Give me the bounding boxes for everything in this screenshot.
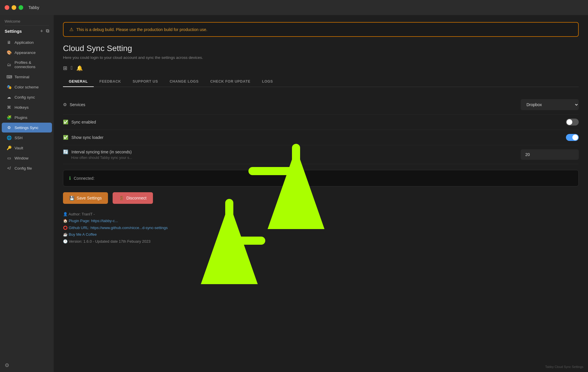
- interval-sync-label: 🔄 Interval syncing time (in seconds) How…: [63, 149, 132, 160]
- tab-change-logs[interactable]: CHANGE LOGS: [164, 77, 204, 87]
- sync-loader-label: ✅ Show sync loader: [63, 135, 104, 140]
- version-line: 🕐 Version: 1.6.0 - Updated date 17th Feb…: [63, 238, 579, 245]
- sidebar-item-plugins[interactable]: 🧩Plugins: [2, 112, 52, 122]
- sidebar-item-label-config-sync: Config sync: [15, 95, 35, 99]
- sync-enabled-text: Sync enabled: [71, 120, 96, 124]
- connected-box: ℹ Connected:: [63, 170, 579, 186]
- main-content: ⚠ This is a debug build. Please use the …: [54, 15, 588, 372]
- color-scheme-icon: 🎭: [6, 85, 12, 89]
- tab-feedback[interactable]: FEEDBACK: [94, 77, 127, 87]
- plugin-page-line: 🏠 Plugin Page: https://tabby-c...: [63, 217, 579, 224]
- debug-banner: ⚠ This is a debug build. Please use the …: [63, 22, 579, 37]
- sidebar-item-application[interactable]: 🖥Application: [2, 37, 52, 47]
- sync-enabled-row: ✅ Sync enabled: [63, 115, 579, 130]
- add-icon[interactable]: +: [40, 28, 43, 34]
- sidebar-item-ssh[interactable]: 🌐SSH: [2, 133, 52, 143]
- sidebar-item-config-file[interactable]: </Config file: [2, 163, 52, 173]
- application-icon: 🖥: [6, 40, 12, 45]
- minimize-button[interactable]: [12, 5, 16, 10]
- sidebar-item-label-hotkeys: Hotkeys: [15, 105, 29, 110]
- watermark: Tabby Cloud Sync Settings: [545, 365, 583, 369]
- plugin-page-link[interactable]: Plugin Page: https://tabby-c...: [69, 219, 118, 223]
- page-title: Cloud Sync Setting: [63, 44, 579, 53]
- coffee-icon: ☕: [63, 232, 68, 237]
- interval-sync-input[interactable]: [521, 149, 579, 160]
- sidebar-item-settings-sync[interactable]: ⚙Settings Sync: [2, 123, 52, 133]
- disconnect-button[interactable]: 🚪 Disconnect: [113, 192, 153, 204]
- services-dropdown[interactable]: Dropbox Google Drive GitHub: [521, 99, 579, 110]
- sidebar-item-appearance[interactable]: 🎨Appearance: [2, 48, 52, 57]
- sidebar-item-hotkeys[interactable]: ⌘Hotkeys: [2, 102, 52, 112]
- copy-icon[interactable]: ⧉: [46, 28, 49, 34]
- disconnect-label: Disconnect: [126, 196, 146, 200]
- header-icons: + ⧉: [40, 28, 49, 34]
- save-icon: 💾: [69, 196, 74, 200]
- sidebar-item-config-sync[interactable]: ☁Config sync: [2, 92, 52, 102]
- sync-loader-toggle[interactable]: [566, 134, 579, 141]
- sidebar-item-label-ssh: SSH: [15, 136, 23, 140]
- home-icon: 🏠: [63, 219, 68, 223]
- settings-section: ⚙ Services Dropbox Google Drive GitHub ✅…: [63, 95, 579, 164]
- sidebar-item-label-color-scheme: Color scheme: [15, 85, 39, 89]
- linux-icon: 🔔: [76, 65, 83, 71]
- sync-enabled-label: ✅ Sync enabled: [63, 119, 96, 125]
- sidebar-gear-icon[interactable]: ⚙: [0, 359, 54, 372]
- windows-icon: ⊞: [63, 65, 67, 71]
- interval-sync-row: 🔄 Interval syncing time (in seconds) How…: [63, 145, 579, 164]
- close-button[interactable]: [5, 5, 9, 10]
- apple-icon: : [71, 65, 73, 71]
- main-layout: Welcome Settings + ⧉ 🖥Application🎨Appear…: [0, 15, 588, 372]
- maximize-button[interactable]: [19, 5, 23, 10]
- github-link[interactable]: Github URL: https://www.github.com/nicce…: [69, 226, 168, 230]
- interval-sync-sublabel: How often should Tabby sync your s...: [63, 156, 132, 160]
- ssh-icon: 🌐: [6, 135, 12, 140]
- tab-check-for-update[interactable]: CHECK FOR UPDATE: [204, 77, 256, 87]
- action-buttons: 💾 Save Settings 🚪 Disconnect: [63, 192, 579, 204]
- plugins-icon: 🧩: [6, 115, 12, 120]
- tab-support-us[interactable]: SUPPORT US: [127, 77, 164, 87]
- app-title: Tabby: [28, 5, 39, 10]
- sidebar-item-label-settings-sync: Settings Sync: [15, 126, 39, 130]
- sidebar-item-window[interactable]: ▭Window: [2, 153, 52, 163]
- toggle-thumb2: [572, 135, 578, 140]
- sync-loader-text: Show sync loader: [71, 135, 104, 140]
- version-text: Version: 1.6.0 - Updated date 17th Febua…: [69, 239, 151, 244]
- traffic-lights: [5, 5, 23, 10]
- platform-icons: ⊞  🔔: [63, 65, 579, 71]
- settings-sync-icon: ⚙: [6, 125, 12, 130]
- sidebar-item-terminal[interactable]: ⌨Terminal: [2, 72, 52, 82]
- github-line: ⭕ Github URL: https://www.github.com/nic…: [63, 224, 579, 231]
- sidebar-item-color-scheme[interactable]: 🎭Color scheme: [2, 82, 52, 92]
- save-settings-button[interactable]: 💾 Save Settings: [63, 192, 108, 204]
- services-text: Services: [70, 102, 85, 107]
- sync-enabled-toggle[interactable]: [566, 119, 579, 126]
- check2-icon: ✅: [63, 135, 68, 140]
- interval-sync-text: Interval syncing time (in seconds): [71, 150, 132, 154]
- gear-icon: ⚙: [63, 102, 67, 107]
- footer-info: 👤 Author: TranIT - 🏠 Plugin Page: https:…: [63, 211, 579, 245]
- tab-logs[interactable]: LOGS: [256, 77, 279, 87]
- titlebar: Tabby: [0, 0, 588, 15]
- sidebar-item-label-terminal: Terminal: [15, 75, 29, 79]
- sidebar-item-profiles[interactable]: 🗂Profiles & connections: [2, 58, 52, 72]
- hotkeys-icon: ⌘: [6, 105, 12, 110]
- author-text: Author: TranIT -: [68, 212, 95, 216]
- config-sync-icon: ☁: [6, 95, 12, 99]
- services-label: ⚙ Services: [63, 102, 85, 107]
- sidebar-item-label-window: Window: [15, 156, 28, 160]
- terminal-icon: ⌨: [6, 75, 12, 79]
- save-label: Save Settings: [77, 196, 102, 200]
- sidebar-item-vault[interactable]: 🔑Vault: [2, 143, 52, 153]
- disconnect-icon: 🚪: [119, 196, 124, 200]
- coffee-link[interactable]: Buy Me A Coffee: [69, 232, 97, 237]
- tab-general[interactable]: GENERAL: [63, 77, 94, 87]
- sidebar-item-label-vault: Vault: [15, 146, 23, 150]
- toggle-thumb: [567, 119, 572, 125]
- appearance-icon: 🎨: [6, 50, 12, 55]
- sync-loader-row: ✅ Show sync loader: [63, 130, 579, 145]
- clock-icon: 🕐: [63, 239, 68, 244]
- window-icon: ▭: [6, 156, 12, 160]
- check-icon: ✅: [63, 119, 68, 125]
- welcome-text: Welcome: [0, 15, 54, 25]
- config-file-icon: </: [6, 166, 12, 170]
